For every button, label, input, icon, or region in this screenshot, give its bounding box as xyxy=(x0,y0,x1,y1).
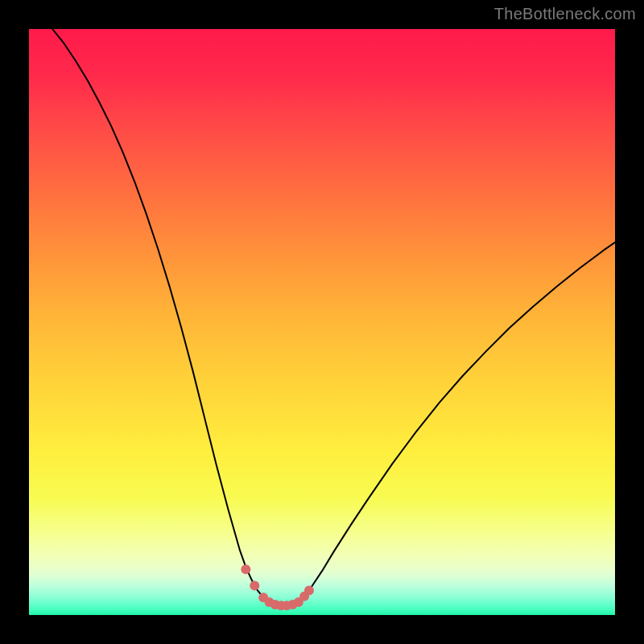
plot-area xyxy=(29,29,615,615)
chart-svg xyxy=(29,29,615,615)
valley-marker xyxy=(304,585,314,595)
valley-marker-group xyxy=(241,564,314,610)
watermark-text: TheBottleneck.com xyxy=(494,5,636,23)
valley-marker xyxy=(241,564,250,574)
chart-frame: TheBottleneck.com xyxy=(0,0,644,644)
bottleneck-curve-line xyxy=(52,29,615,605)
valley-marker xyxy=(250,581,259,591)
